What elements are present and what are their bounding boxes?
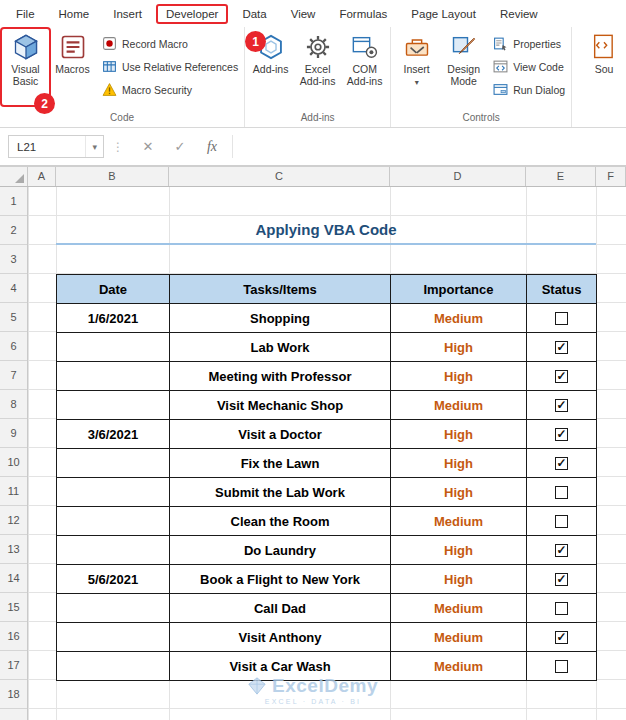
- row-header-16[interactable]: 16: [0, 622, 27, 651]
- enter-icon[interactable]: ✓: [164, 139, 196, 154]
- row-header-13[interactable]: 13: [0, 535, 27, 564]
- task-cell[interactable]: Submit the Lab Work: [170, 478, 391, 507]
- excel-add-ins-button[interactable]: Excel Add-ins: [294, 29, 341, 105]
- checkbox-checked[interactable]: ✓: [555, 544, 568, 557]
- date-cell[interactable]: [57, 594, 170, 623]
- row-header-1[interactable]: 1: [0, 187, 27, 216]
- date-cell[interactable]: 1/6/2021: [57, 304, 170, 333]
- date-cell[interactable]: [57, 536, 170, 565]
- design-mode-button[interactable]: Design Mode: [440, 29, 487, 105]
- macro-security-button[interactable]: Macro Security: [102, 82, 238, 97]
- tab-formulas[interactable]: Formulas: [327, 4, 399, 24]
- insert-control-button[interactable]: Insert ▾: [393, 29, 440, 105]
- importance-cell[interactable]: Medium: [391, 304, 527, 333]
- date-cell[interactable]: [57, 449, 170, 478]
- record-macro-button[interactable]: Record Macro: [102, 36, 238, 51]
- checkbox-checked[interactable]: ✓: [555, 341, 568, 354]
- checkbox-checked[interactable]: ✓: [555, 631, 568, 644]
- row-header-9[interactable]: 9: [0, 419, 27, 448]
- date-cell[interactable]: [57, 652, 170, 681]
- tab-file[interactable]: File: [4, 4, 47, 24]
- tab-insert[interactable]: Insert: [101, 4, 154, 24]
- row-header-11[interactable]: 11: [0, 477, 27, 506]
- row-header-12[interactable]: 12: [0, 506, 27, 535]
- column-header-d[interactable]: D: [390, 167, 526, 186]
- importance-cell[interactable]: High: [391, 536, 527, 565]
- task-cell[interactable]: Visit Anthony: [170, 623, 391, 652]
- checkbox-checked[interactable]: ✓: [555, 573, 568, 586]
- checkbox-unchecked[interactable]: [555, 515, 568, 528]
- checkbox-checked[interactable]: ✓: [555, 370, 568, 383]
- checkbox-checked[interactable]: ✓: [555, 399, 568, 412]
- checkbox-checked[interactable]: ✓: [555, 428, 568, 441]
- tab-developer[interactable]: Developer: [156, 4, 228, 24]
- table-header-cell[interactable]: Tasks/Items: [170, 275, 391, 304]
- row-header-2[interactable]: 2: [0, 216, 27, 245]
- table-header-cell[interactable]: Status: [527, 275, 597, 304]
- tab-page-layout[interactable]: Page Layout: [399, 4, 488, 24]
- importance-cell[interactable]: Medium: [391, 594, 527, 623]
- date-cell[interactable]: 5/6/2021: [57, 565, 170, 594]
- task-cell[interactable]: Call Dad: [170, 594, 391, 623]
- column-header-a[interactable]: A: [28, 167, 56, 186]
- row-header-17[interactable]: 17: [0, 651, 27, 680]
- task-cell[interactable]: Lab Work: [170, 333, 391, 362]
- task-cell[interactable]: Do Laundry: [170, 536, 391, 565]
- column-header-c[interactable]: C: [169, 167, 390, 186]
- checkbox-unchecked[interactable]: [555, 602, 568, 615]
- date-cell[interactable]: [57, 333, 170, 362]
- name-box-dropdown-icon[interactable]: ▾: [85, 136, 103, 157]
- row-header-7[interactable]: 7: [0, 361, 27, 390]
- importance-cell[interactable]: Medium: [391, 623, 527, 652]
- task-cell[interactable]: Shopping: [170, 304, 391, 333]
- com-add-ins-button[interactable]: COM Add-ins: [341, 29, 388, 105]
- row-header-4[interactable]: 4: [0, 274, 27, 303]
- formula-input[interactable]: [232, 135, 624, 158]
- checkbox-checked[interactable]: ✓: [555, 457, 568, 470]
- task-cell[interactable]: Meeting with Professor: [170, 362, 391, 391]
- macros-button[interactable]: Macros: [49, 29, 96, 105]
- importance-cell[interactable]: High: [391, 420, 527, 449]
- row-header-18[interactable]: 18: [0, 680, 27, 709]
- column-header-e[interactable]: E: [526, 167, 596, 186]
- date-cell[interactable]: [57, 507, 170, 536]
- importance-cell[interactable]: High: [391, 565, 527, 594]
- tab-review[interactable]: Review: [488, 4, 550, 24]
- insert-function-icon[interactable]: fx: [196, 139, 228, 155]
- date-cell[interactable]: 3/6/2021: [57, 420, 170, 449]
- row-header-5[interactable]: 5: [0, 303, 27, 332]
- source-button[interactable]: Sou: [574, 29, 626, 105]
- importance-cell[interactable]: High: [391, 449, 527, 478]
- run-dialog-button[interactable]: Run Dialog: [493, 82, 565, 97]
- tab-data[interactable]: Data: [230, 4, 278, 24]
- date-cell[interactable]: [57, 362, 170, 391]
- column-header-b[interactable]: B: [56, 167, 169, 186]
- table-header-cell[interactable]: Date: [57, 275, 170, 304]
- checkbox-unchecked[interactable]: [555, 660, 568, 673]
- date-cell[interactable]: [57, 478, 170, 507]
- importance-cell[interactable]: High: [391, 362, 527, 391]
- properties-button[interactable]: Properties: [493, 36, 565, 51]
- task-cell[interactable]: Visit a Car Wash: [170, 652, 391, 681]
- date-cell[interactable]: [57, 391, 170, 420]
- task-cell[interactable]: Visit a Doctor: [170, 420, 391, 449]
- task-cell[interactable]: Book a Flight to New York: [170, 565, 391, 594]
- tab-home[interactable]: Home: [47, 4, 102, 24]
- checkbox-unchecked[interactable]: [555, 486, 568, 499]
- row-header-10[interactable]: 10: [0, 448, 27, 477]
- importance-cell[interactable]: High: [391, 333, 527, 362]
- task-cell[interactable]: Clean the Room: [170, 507, 391, 536]
- use-relative-references-button[interactable]: Use Relative References: [102, 59, 238, 74]
- name-box[interactable]: L21 ▾: [8, 135, 104, 158]
- row-header-15[interactable]: 15: [0, 593, 27, 622]
- date-cell[interactable]: [57, 623, 170, 652]
- task-cell[interactable]: Fix the Lawn: [170, 449, 391, 478]
- column-header-f[interactable]: F: [596, 167, 626, 186]
- row-header-8[interactable]: 8: [0, 390, 27, 419]
- insert-dropdown-icon[interactable]: ▾: [415, 79, 419, 87]
- importance-cell[interactable]: Medium: [391, 507, 527, 536]
- view-code-button[interactable]: View Code: [493, 59, 565, 74]
- select-all-corner[interactable]: [0, 167, 28, 186]
- row-header-14[interactable]: 14: [0, 564, 27, 593]
- importance-cell[interactable]: High: [391, 478, 527, 507]
